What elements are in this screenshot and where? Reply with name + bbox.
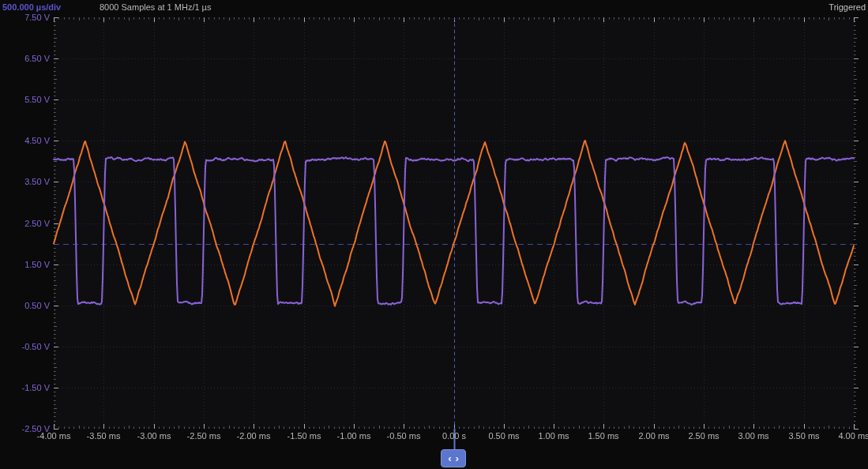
y-axis-label: -0.50 V	[0, 342, 50, 351]
x-axis-label: 0.00 s	[442, 431, 466, 441]
x-axis-label: -1.50 ms	[287, 431, 321, 441]
y-axis-label: -1.50 V	[0, 383, 50, 392]
timeline-pan-button[interactable]: ‹ ›	[441, 449, 466, 467]
x-axis-label: -2.50 ms	[187, 431, 221, 441]
x-axis-label: -3.50 ms	[87, 431, 121, 441]
chevron-right-icon: ›	[456, 453, 459, 463]
y-axis-label: 6.50 V	[0, 54, 50, 63]
y-axis-label: 7.50 V	[0, 13, 50, 22]
x-axis-label: 0.50 ms	[488, 431, 519, 441]
x-axis-label: -2.00 ms	[237, 431, 271, 441]
y-axis-label: 5.50 V	[0, 95, 50, 104]
x-axis-label: 3.50 ms	[788, 431, 819, 441]
x-axis-label: 1.00 ms	[538, 431, 569, 441]
trigger-status: Triggered	[829, 2, 866, 12]
oscilloscope-view: 500.000 µs/div 8000 Samples at 1 MHz/1 µ…	[0, 0, 868, 469]
y-axis-label: 4.50 V	[0, 136, 50, 145]
x-axis-label: -1.00 ms	[337, 431, 371, 441]
y-axis-label: 3.50 V	[0, 177, 50, 186]
y-axis-label: 1.50 V	[0, 260, 50, 269]
x-axis-label: -4.00 ms	[37, 431, 71, 441]
chevron-left-icon: ‹	[448, 453, 451, 463]
x-axis-label: 4.00 ms	[838, 431, 868, 441]
x-axis-label: 3.00 ms	[738, 431, 768, 441]
x-axis-label: 1.50 ms	[588, 431, 618, 441]
timebase-readout: 500.000 µs/div	[2, 2, 61, 12]
acquisition-info: 8000 Samples at 1 MHz/1 µs	[100, 2, 211, 12]
x-axis-label: 2.00 ms	[638, 431, 669, 441]
x-axis-label: 2.50 ms	[688, 431, 719, 441]
scope-plot-canvas[interactable]	[0, 0, 868, 469]
y-axis-label: 0.50 V	[0, 301, 50, 310]
x-axis-label: -3.00 ms	[137, 431, 171, 441]
x-axis-label: -0.50 ms	[387, 431, 421, 441]
y-axis-label: 2.50 V	[0, 219, 50, 228]
